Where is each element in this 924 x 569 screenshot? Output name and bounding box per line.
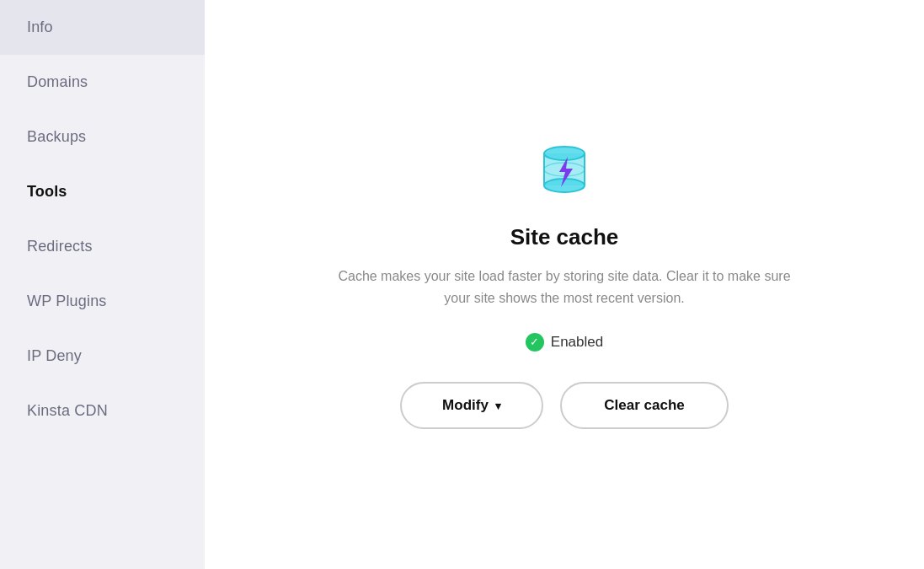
sidebar: Info Domains Backups Tools Redirects WP …: [0, 0, 205, 569]
sidebar-item-domains[interactable]: Domains: [0, 55, 205, 110]
card-description: Cache makes your site load faster by sto…: [337, 266, 792, 309]
chevron-down-icon: ▾: [495, 400, 501, 412]
site-cache-card: Site cache Cache makes your site load fa…: [337, 140, 792, 428]
main-content: Site cache Cache makes your site load fa…: [205, 0, 924, 569]
modify-button[interactable]: Modify ▾: [400, 382, 543, 429]
page-title: Site cache: [510, 224, 619, 250]
status-row: ✓ Enabled: [526, 333, 603, 352]
action-buttons: Modify ▾ Clear cache: [400, 382, 729, 429]
cache-icon: [534, 140, 595, 201]
sidebar-item-info[interactable]: Info: [0, 0, 205, 55]
sidebar-item-wp-plugins[interactable]: WP Plugins: [0, 274, 205, 329]
sidebar-item-tools[interactable]: Tools: [0, 164, 205, 219]
sidebar-item-backups[interactable]: Backups: [0, 110, 205, 164]
clear-cache-button[interactable]: Clear cache: [560, 382, 729, 429]
sidebar-item-redirects[interactable]: Redirects: [0, 219, 205, 274]
sidebar-item-kinsta-cdn[interactable]: Kinsta CDN: [0, 384, 205, 438]
status-label: Enabled: [551, 334, 603, 351]
sidebar-item-ip-deny[interactable]: IP Deny: [0, 329, 205, 384]
enabled-status-icon: ✓: [526, 333, 544, 352]
